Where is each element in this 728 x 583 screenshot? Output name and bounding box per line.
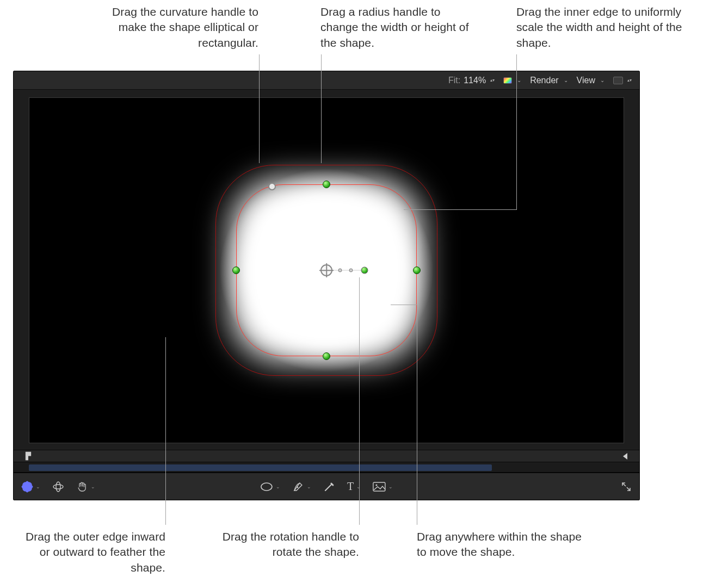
svg-point-1 xyxy=(22,486,24,488)
text-tool-icon: T xyxy=(347,480,354,493)
view-menu[interactable]: View ⌄ xyxy=(577,76,604,85)
chevron-down-icon: ⌄ xyxy=(600,77,604,83)
rotation-arm-bead xyxy=(349,269,353,272)
render-menu[interactable]: Render ⌄ xyxy=(530,76,567,85)
leader-line xyxy=(359,277,360,525)
bottom-toolbar: ⌄ ⌄ ⌄ ⌄ T ⌄ xyxy=(14,473,639,500)
chevron-down-icon: ⌄ xyxy=(564,77,568,83)
ellipse-shape-tool[interactable]: ⌄ xyxy=(260,481,280,492)
layout-swatch-icon xyxy=(613,77,623,84)
svg-point-7 xyxy=(261,483,272,491)
play-range-end-icon[interactable] xyxy=(623,453,627,460)
timeline-scrollbar[interactable] xyxy=(14,462,639,473)
render-label: Render xyxy=(530,76,558,85)
view-label: View xyxy=(577,76,595,85)
callout-outer-edge: Drag the outer edge inward or outward to… xyxy=(24,529,165,575)
anchor-center-icon[interactable] xyxy=(320,264,332,276)
viewer-layout-swatch[interactable]: ▴▾ xyxy=(613,77,632,84)
stepper-icon: ▴▾ xyxy=(490,79,495,82)
svg-point-4 xyxy=(26,490,28,492)
leader-line xyxy=(404,209,517,210)
svg-point-3 xyxy=(26,481,28,483)
zoom-fit-control[interactable]: Fit: 114% ▴▾ xyxy=(448,76,495,85)
leader-line xyxy=(165,337,166,525)
chevron-down-icon: ⌄ xyxy=(517,77,521,83)
fit-value: 114% xyxy=(464,76,486,85)
expand-fullscreen-icon xyxy=(621,481,632,492)
rotation-arm-bead xyxy=(338,269,342,272)
hand-pan-icon xyxy=(76,481,88,493)
radius-handle-bottom[interactable] xyxy=(323,352,330,360)
leader-line xyxy=(321,54,322,163)
radius-handle-left[interactable] xyxy=(232,266,240,274)
transform-shape-icon xyxy=(21,481,33,493)
chevron-down-icon: ⌄ xyxy=(276,484,280,489)
svg-point-5 xyxy=(53,485,63,489)
viewer-panel: Fit: 114% ▴▾ ⌄ Render ⌄ View ⌄ ▴▾ xyxy=(13,71,640,500)
callout-radius: Drag a radius handle to change the width… xyxy=(320,4,478,51)
pen-tool[interactable]: ⌄ xyxy=(292,481,311,493)
pen-tool-icon xyxy=(292,481,304,493)
callout-rotation: Drag the rotation handle to rotate the s… xyxy=(206,529,359,560)
chevron-down-icon: ⌄ xyxy=(91,484,95,489)
rotation-handle[interactable] xyxy=(361,267,368,274)
chevron-down-icon: ⌄ xyxy=(36,484,40,489)
transform-tool[interactable]: ⌄ xyxy=(21,481,40,493)
hand-pan-tool[interactable]: ⌄ xyxy=(76,481,95,493)
svg-point-8 xyxy=(297,486,299,488)
radius-handle-top[interactable] xyxy=(323,181,330,188)
leader-line xyxy=(417,305,417,525)
media-tool[interactable]: ⌄ xyxy=(373,482,393,492)
stepper-icon: ▴▾ xyxy=(627,79,632,82)
rainbow-swatch-icon xyxy=(503,77,512,84)
viewer-topbar: Fit: 114% ▴▾ ⌄ Render ⌄ View ⌄ ▴▾ xyxy=(14,71,639,90)
leader-line xyxy=(391,305,417,305)
ellipse-tool-icon xyxy=(260,481,273,492)
chevron-down-icon: ⌄ xyxy=(307,484,311,489)
svg-point-6 xyxy=(56,482,60,492)
brush-tool[interactable] xyxy=(323,481,335,493)
svg-point-2 xyxy=(30,486,33,488)
chevron-down-icon: ⌄ xyxy=(388,484,393,489)
fit-label: Fit: xyxy=(448,76,460,85)
leader-line xyxy=(516,54,517,209)
leader-line xyxy=(259,54,260,163)
media-tool-icon xyxy=(373,482,386,492)
brush-tool-icon xyxy=(323,481,335,493)
orbit-3d-icon xyxy=(52,481,64,493)
curvature-handle[interactable] xyxy=(268,183,276,190)
callout-curvature: Drag the curvature handle to make the sh… xyxy=(90,4,258,51)
timeline-scrollbar-thumb[interactable] xyxy=(29,464,492,471)
play-range-start-icon[interactable]: ▛ xyxy=(26,452,31,460)
svg-point-10 xyxy=(376,484,378,486)
callout-move: Drag anywhere within the shape to move t… xyxy=(417,529,585,560)
radius-handle-right[interactable] xyxy=(413,266,421,274)
color-channel-swatch[interactable]: ⌄ xyxy=(503,77,521,84)
callout-inner-edge: Drag the inner edge to uniformly scale t… xyxy=(516,4,696,51)
mini-timeline-strip[interactable]: ▛ xyxy=(14,450,639,462)
canvas[interactable] xyxy=(29,97,624,443)
orbit-3d-tool[interactable] xyxy=(52,481,64,493)
expand-fullscreen[interactable] xyxy=(621,481,632,492)
